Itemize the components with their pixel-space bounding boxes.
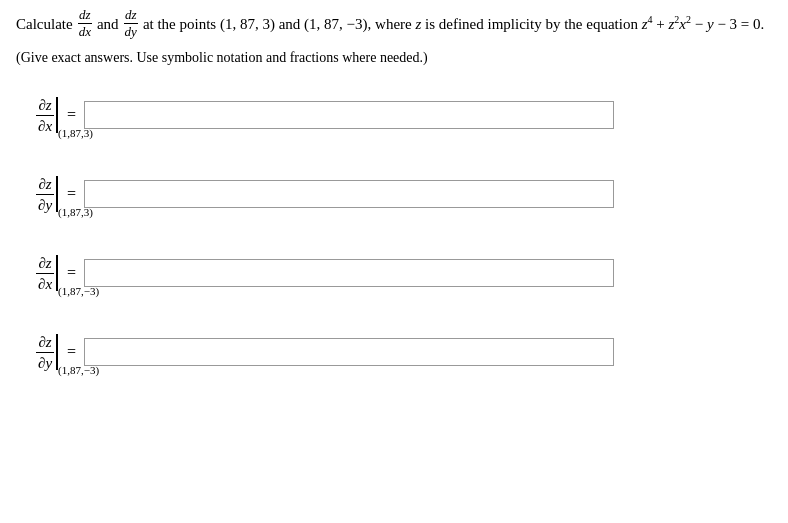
eval-subscript-1: (1,87,3) [58,127,93,139]
eval-subscript-2: (1,87,3) [58,206,93,218]
big-frac-3: ∂z ∂x [36,254,54,293]
answer-input-1[interactable] [84,101,614,129]
and-label: and [97,12,119,36]
frac-dz-dx: dz dx [78,8,92,40]
answer-input-3[interactable] [84,259,614,287]
big-frac-1: ∂z ∂x [36,96,54,135]
instruction: (Give exact answers. Use symbolic notati… [16,50,772,66]
eval-subscript-3: (1,87,−3) [58,285,99,297]
equals-1: = [67,106,76,124]
answer-input-4[interactable] [84,338,614,366]
expression-4: ∂z ∂y (1,87,−3) = [36,333,614,372]
big-frac-2-num: ∂z [36,175,53,195]
eval-wrapper-3: ∂z ∂x (1,87,−3) [36,254,59,293]
math-row-4: ∂z ∂y (1,87,−3) = [16,333,772,372]
big-frac-1-den: ∂x [36,116,54,135]
header-text: at the points (1, 87, 3) and (1, 87, −3)… [143,12,764,36]
big-frac-3-den: ∂x [36,274,54,293]
expression-3: ∂z ∂x (1,87,−3) = [36,254,614,293]
big-frac-2-den: ∂y [36,195,54,214]
frac2-denominator: dy [124,24,138,39]
equals-4: = [67,343,76,361]
answer-input-2[interactable] [84,180,614,208]
frac-dz-dy: dz dy [124,8,138,40]
equals-3: = [67,264,76,282]
eval-wrapper-1: ∂z ∂x (1,87,3) [36,96,59,135]
frac1-denominator: dx [78,24,92,39]
big-frac-2: ∂z ∂y [36,175,54,214]
math-row-1: ∂z ∂x (1,87,3) = [16,96,772,135]
math-row-2: ∂z ∂y (1,87,3) = [16,175,772,214]
eval-wrapper-2: ∂z ∂y (1,87,3) [36,175,59,214]
frac1-numerator: dz [78,8,92,24]
header: Calculate dz dx and dz dy at the points … [16,8,772,40]
eval-subscript-4: (1,87,−3) [58,364,99,376]
big-frac-4-den: ∂y [36,353,54,372]
expression-1: ∂z ∂x (1,87,3) = [36,96,614,135]
frac2-numerator: dz [124,8,138,24]
big-frac-3-num: ∂z [36,254,53,274]
eval-wrapper-4: ∂z ∂y (1,87,−3) [36,333,59,372]
big-frac-4-num: ∂z [36,333,53,353]
equals-2: = [67,185,76,203]
expression-2: ∂z ∂y (1,87,3) = [36,175,614,214]
calculate-label: Calculate [16,12,73,36]
big-frac-1-num: ∂z [36,96,53,116]
big-frac-4: ∂z ∂y [36,333,54,372]
math-row-3: ∂z ∂x (1,87,−3) = [16,254,772,293]
